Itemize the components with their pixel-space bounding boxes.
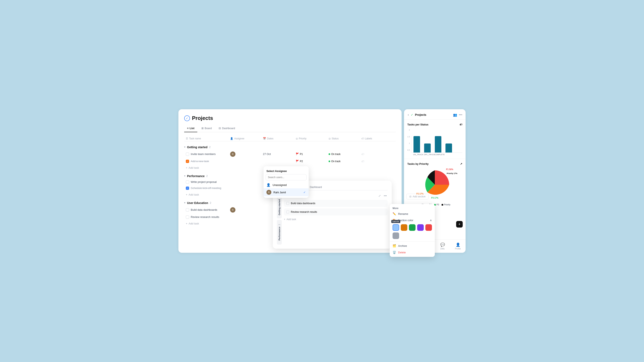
task-name: ✓ Add a new task [186,160,230,163]
tab-board[interactable]: ⊞ Board [198,125,215,132]
bar-off-track [424,143,431,152]
plus-icon: + [186,222,188,225]
add-section-button[interactable]: ⊟ Add section [406,194,429,199]
task-assignee[interactable]: R [230,151,263,157]
external-link-icon[interactable]: ↗ [460,162,462,165]
more-dropdown: More ✏️ Rename 🎨 Section color ∧ [390,204,435,257]
section-color-option[interactable]: 🎨 Section color ∧ [390,217,435,223]
bar [424,143,431,152]
task-checkbox-checked-blue[interactable]: ✓ [186,187,189,190]
color-icon: 🎨 [392,219,396,222]
more-dots-icon[interactable]: ••• [459,113,462,117]
bar-chart-title: Tasks per Status 🏷 [407,123,462,126]
task-checkbox[interactable] [186,208,189,212]
right-panel-actions: 👥 ••• [453,113,462,117]
board-add-task-button[interactable]: + Add task [284,217,388,222]
chevron-down-icon: ▾ [184,175,186,177]
task-name: Review research results [186,215,230,219]
main-tabs: ≡ List ⊞ Board ⊟ Dashboard [184,125,396,132]
task-labels: 🏷 [362,160,394,163]
board-task-checkbox[interactable] [286,211,289,213]
archive-icon: 🗂️ [392,244,396,247]
task-name: ✓ Schedule kick-off meeting [186,187,230,190]
nav-profile[interactable]: 👤 Profile [450,241,466,251]
color-swatch-gray[interactable] [392,232,399,239]
board-content: Getting started 2 Performance 2 User Edu… [277,194,388,245]
delete-icon: 🗑️ [392,251,396,254]
rename-option[interactable]: ✏️ Rename [390,211,435,217]
search-input[interactable] [266,174,306,180]
share-icon[interactable]: 👥 [453,113,457,117]
tab-dashboard[interactable]: ⊟ Dashboard [216,125,238,132]
archive-option[interactable]: 🗂️ Archive [390,243,435,249]
color-swatch-green[interactable] [409,224,416,231]
pie-container: P1 50% P2 17% P3 17% Priority 17% P1 P2 [407,168,462,206]
status-dot [328,153,330,155]
tab-list[interactable]: ≡ List [184,125,197,132]
add-button[interactable]: + [456,221,463,228]
board-task-card: Review research results [284,208,388,215]
pie-chart-title: Tasks by Priority ↗ [407,162,462,165]
task-checkbox[interactable] [186,180,189,184]
plus-icon: + [186,166,188,169]
rahi-jamil-option[interactable]: R Rahi Jamil ✓ [264,188,309,196]
chevron-down-icon: ▾ [184,146,186,148]
task-date: 27 Oct [263,152,296,156]
task-checkbox[interactable] [186,152,189,156]
bar [446,143,452,152]
plus-icon: + [186,193,188,196]
color-swatch-blue[interactable]: kakrole [392,224,399,231]
col-labels: 🏷 Labels [362,137,394,140]
task-checkbox[interactable] [186,215,189,219]
color-swatch-purple[interactable] [417,224,424,231]
board-sidebar: Getting started 2 Performance 2 [277,194,282,245]
bar-on-track [414,136,420,152]
flag-icon: 🚩 [296,160,299,163]
bar [414,136,420,152]
unassigned-option[interactable]: 👤 Unassigned [264,182,309,188]
assignee-dropdown: Select Assignee 👤 Unassigned R Rahi Jami… [264,166,309,198]
label-icon: 🏷 [362,137,364,140]
panel-title: ✓ Projects [184,115,396,121]
color-swatch-red[interactable] [425,224,432,231]
legend-dot-priority [442,204,443,206]
chevron-up-icon: ∧ [430,219,432,222]
tag-icon: 🏷 [460,123,462,126]
bar-complete [435,136,441,152]
board-task-checkbox[interactable] [286,202,289,205]
col-task-name: ☰ Task name [186,137,230,140]
bar-chart-inner: ON_TRACK OFF_TRACK COMPLETE [411,136,462,156]
nav-dms[interactable]: 💬 DMs [435,241,450,251]
col-assignee: 👤 Assignee [230,137,263,140]
page-title: Projects [192,115,213,121]
bar [435,136,441,152]
task-name: Write project proposal [186,180,230,184]
right-panel-title: Projects [415,113,452,116]
status-dot [328,160,330,162]
task-checkbox-checked[interactable]: ✓ [186,160,189,163]
bar-chart-y-axis: 2 1.5 1 0.5 [407,129,411,156]
status-icon: ◎ [328,137,330,140]
projects-check-icon: ✓ [411,113,413,116]
main-panel: ✓ Projects ≡ List ⊞ Board ⊟ Dashboard ☰ … [178,109,402,253]
menu-icon: ☰ [186,137,188,140]
task-status: On track [328,160,362,163]
color-swatch-amber[interactable] [401,224,407,231]
task-row: Invite team members R 27 Oct 🚩 P1 On tra… [184,150,396,158]
task-labels: 🏷 [362,152,394,156]
task-priority: 🚩 P2 [296,160,328,163]
back-button[interactable]: ‹ [407,112,409,117]
avatar: R [266,190,271,195]
right-panel-header: ‹ ✓ Projects 👥 ••• [404,109,466,120]
calendar-icon: 📅 [263,137,266,140]
section-header-getting-started[interactable]: ▾ Getting started 2 [184,144,396,150]
plus-icon: + [284,218,285,221]
flag-icon: 🚩 [296,152,299,156]
expand-icon-btn[interactable]: ⤢ [378,194,382,198]
more-dropdown-title: More [390,205,435,211]
task-assignee[interactable]: R [230,207,263,213]
delete-option[interactable]: 🗑️ Delete [390,249,435,256]
more-icon-btn[interactable]: ••• [383,194,388,198]
rename-icon: ✏️ [392,212,396,215]
col-priority: ◎ Priority [296,137,328,140]
